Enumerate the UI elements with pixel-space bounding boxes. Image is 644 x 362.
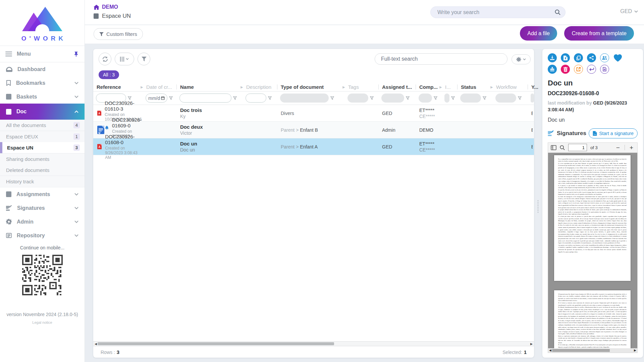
refresh-button[interactable]: [99, 53, 111, 65]
comp-value: DEMO: [419, 127, 442, 133]
custom-filters-button[interactable]: Custom filters: [94, 28, 143, 40]
users-button[interactable]: [600, 53, 609, 62]
sidebar-item-repository[interactable]: Repository: [0, 229, 85, 242]
global-search-input[interactable]: [437, 9, 555, 15]
sidebar-item-label: Signatures: [17, 205, 69, 211]
zoom-in-button[interactable]: +: [628, 144, 635, 151]
sidebar-item-espace-un[interactable]: Espace UN 3: [0, 142, 85, 153]
scroll-right-arrow[interactable]: ▶: [530, 342, 533, 346]
table-row[interactable]: DOC230926-01610-3 Created on 10/28/2024 …: [93, 105, 534, 122]
search-icon[interactable]: [555, 9, 560, 15]
scrollbar-thumb[interactable]: [98, 342, 334, 345]
table-row[interactable]: DOC230926-01609-0 Created on 9/26/2023 3…: [93, 122, 534, 138]
sidebar-item-bookmarks[interactable]: Bookmarks: [0, 76, 85, 90]
column-header-date[interactable]: Date of cr...: [143, 82, 177, 91]
funnel-icon[interactable]: [518, 96, 522, 100]
sidebar-item-admin[interactable]: Admin: [0, 215, 85, 229]
count-badge: 4: [73, 122, 80, 129]
filter-date-input[interactable]: mm/d: [146, 94, 167, 103]
start-signature-button[interactable]: Start a signature: [589, 128, 638, 138]
funnel-icon[interactable]: [434, 96, 437, 100]
funnel-icon[interactable]: [483, 96, 486, 100]
scroll-left-arrow[interactable]: ◀: [95, 342, 97, 346]
sidebar-item-deleted-documents[interactable]: Deleted documents: [0, 165, 85, 176]
open-external-button[interactable]: [574, 65, 583, 74]
return-button[interactable]: [587, 65, 596, 74]
column-header-description[interactable]: Description: [243, 82, 277, 91]
add-file-button[interactable]: Add a file: [520, 26, 557, 41]
filter-button[interactable]: [138, 53, 150, 65]
panel-resize-handle[interactable]: [537, 200, 539, 213]
column-header-reference[interactable]: Reference▸: [93, 82, 143, 91]
scrollbar-thumb[interactable]: [552, 349, 610, 352]
menu-toggle[interactable]: Menu: [0, 46, 85, 62]
pin-icon[interactable]: [74, 51, 78, 57]
table-horizontal-scrollbar[interactable]: ◀ ▶: [93, 341, 534, 346]
sidebar-item-dashboard[interactable]: Dashboard: [0, 62, 85, 76]
user-name: GED: [620, 8, 632, 14]
column-header-i[interactable]: I...: [442, 82, 458, 91]
stamp-button[interactable]: [548, 65, 557, 74]
global-search[interactable]: [430, 6, 566, 18]
funnel-icon[interactable]: [233, 96, 237, 100]
scroll-left-arrow[interactable]: ◀: [549, 348, 551, 353]
column-header-name[interactable]: Name▸: [177, 82, 243, 91]
sidebar-item-assignments[interactable]: Assignments: [0, 187, 85, 201]
version-text: version Novembre 2024 (2.18.0-5): [0, 312, 85, 317]
table-settings-button[interactable]: [512, 54, 531, 64]
upload-file-button[interactable]: [561, 53, 570, 62]
sidebar-item-espace-deux[interactable]: Espace DEUX 1: [0, 131, 85, 142]
column-chooser-button[interactable]: [115, 53, 134, 65]
document-properties-button[interactable]: [600, 65, 609, 74]
sidebar-item-signatures[interactable]: Signatures: [0, 201, 85, 215]
legal-notice-link[interactable]: Legal notice: [0, 320, 85, 324]
column-header-assigned[interactable]: Assigned t...: [379, 82, 416, 91]
sidebar-item-baskets[interactable]: Baskets: [0, 90, 85, 104]
funnel-icon[interactable]: [330, 96, 334, 100]
action-bar: Custom filters Add a file Create from a …: [85, 25, 644, 44]
file-upload-icon: [564, 56, 568, 60]
filter-i-disabled: [444, 94, 449, 103]
funnel-icon[interactable]: [451, 96, 455, 100]
filter-name-input[interactable]: [179, 94, 231, 103]
share-button[interactable]: [587, 53, 596, 62]
funnel-icon[interactable]: [268, 96, 272, 100]
zoom-out-button[interactable]: −: [615, 144, 621, 151]
list-icon: [6, 233, 12, 238]
sidebar-item-doc[interactable]: Doc: [0, 104, 85, 120]
column-header-comp[interactable]: Comp...▸: [416, 82, 442, 91]
favorite-button[interactable]: [613, 53, 622, 62]
table-row-selected[interactable]: DOC230926-01608-0 Created on 9/26/2023 3…: [93, 138, 534, 155]
user-menu[interactable]: GED: [620, 8, 638, 14]
column-header-y[interactable]: Y...: [528, 82, 534, 91]
sidebar-item-all-documents[interactable]: All the documents 4: [0, 120, 85, 131]
page-number-input[interactable]: [568, 144, 587, 151]
column-header-type[interactable]: Type of document▸: [277, 82, 345, 91]
pdf-page-text: S'il pouvait nous être donné à nous, hom…: [558, 293, 627, 349]
funnel-icon[interactable]: [169, 96, 173, 100]
column-header-status[interactable]: Status▸: [458, 82, 493, 91]
current-space: Espace UN: [94, 13, 131, 19]
download-button[interactable]: [548, 53, 557, 62]
calendar-icon[interactable]: [161, 96, 165, 100]
search-icon[interactable]: [560, 145, 565, 150]
breadcrumb[interactable]: DEMO: [94, 4, 118, 10]
pdf-preview-area[interactable]: Il y a aujourd'hui trois cent quarante-h…: [548, 153, 637, 353]
chevron-down-icon: [634, 10, 638, 13]
funnel-icon[interactable]: [406, 96, 410, 100]
sidebar-toggle-icon[interactable]: [551, 145, 556, 150]
delete-button[interactable]: [561, 65, 570, 74]
copy-button[interactable]: [574, 53, 583, 62]
tab-all[interactable]: All : 3: [99, 70, 119, 79]
column-header-tags[interactable]: Tags: [345, 82, 379, 91]
create-from-template-button[interactable]: Create from a template: [564, 26, 634, 41]
funnel-icon[interactable]: [370, 96, 374, 100]
scroll-right-arrow[interactable]: ▶: [634, 348, 636, 353]
column-header-workflow[interactable]: Workflow: [493, 82, 528, 91]
funnel-icon[interactable]: [128, 96, 131, 100]
pdf-horizontal-scrollbar[interactable]: ◀ ▶: [548, 348, 637, 353]
filter-description-input[interactable]: [246, 94, 266, 103]
fulltext-search-input[interactable]: [375, 53, 507, 65]
sidebar-item-history-track[interactable]: History track: [0, 176, 85, 187]
sidebar-item-sharing-documents[interactable]: Sharing documents: [0, 154, 85, 165]
